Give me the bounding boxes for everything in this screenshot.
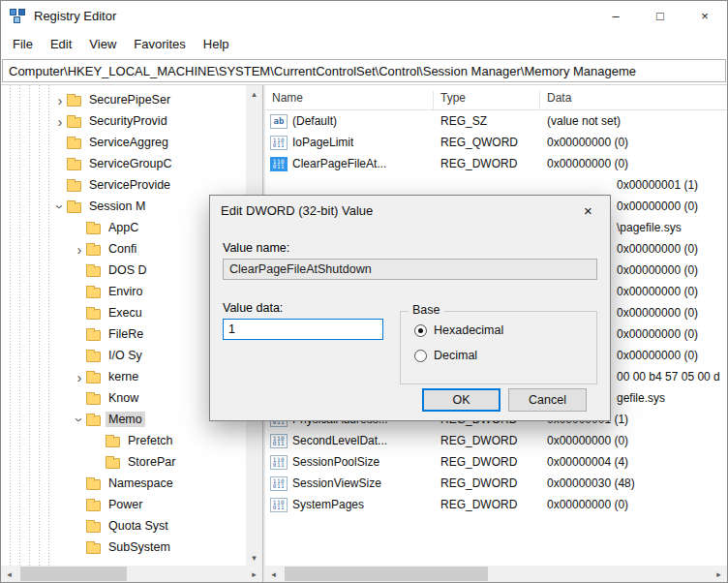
dword-value-icon bbox=[270, 136, 288, 150]
folder-icon bbox=[86, 479, 101, 490]
value-type: REG_DWORD bbox=[434, 157, 540, 170]
maximize-button[interactable]: □ bbox=[638, 1, 682, 30]
list-horizontal-scrollbar[interactable]: ◂ ▸ bbox=[265, 566, 727, 582]
value-name: (Default) bbox=[292, 114, 337, 128]
chevron-icon[interactable] bbox=[72, 413, 88, 426]
cancel-button[interactable]: Cancel bbox=[508, 388, 587, 412]
radio-hexadecimal[interactable]: Hexadecimal bbox=[414, 323, 503, 337]
registry-value-row[interactable]: SessionViewSize REG_DWORD 0x00000030 (48… bbox=[265, 473, 727, 494]
value-data: 0x00000000 (0) bbox=[540, 434, 727, 447]
chevron-icon[interactable] bbox=[73, 369, 86, 385]
title-bar[interactable]: Registry Editor – □ × bbox=[1, 1, 727, 30]
address-bar bbox=[1, 57, 727, 84]
close-button[interactable]: × bbox=[682, 1, 727, 30]
tree-item-label: StorePar bbox=[125, 454, 178, 470]
registry-value-row[interactable]: ClearPageFileAt... REG_DWORD 0x00000000 … bbox=[265, 153, 727, 174]
folder-icon bbox=[86, 501, 101, 511]
tree-item-securityprovid[interactable]: SecurityProvid bbox=[1, 110, 246, 132]
dialog-close-icon[interactable]: × bbox=[566, 197, 610, 225]
registry-value-row[interactable]: IoPageLimit REG_QWORD 0x00000000 (0) bbox=[265, 132, 727, 153]
tree-item-label: AppC bbox=[106, 220, 141, 235]
value-name: ClearPageFileAt... bbox=[292, 157, 386, 170]
radio-decimal-label: Decimal bbox=[434, 349, 477, 362]
value-data: 0x00000000 (0) bbox=[540, 157, 727, 170]
value-type: REG_SZ bbox=[434, 114, 540, 128]
menu-item-file[interactable]: File bbox=[4, 30, 42, 57]
tree-item-label: Memo bbox=[106, 412, 145, 427]
chevron-icon[interactable] bbox=[53, 113, 67, 130]
value-type: REG_DWORD bbox=[434, 455, 540, 469]
tree-item-namespace[interactable]: Namespace bbox=[1, 473, 246, 494]
column-header-data[interactable]: Data bbox=[540, 91, 727, 109]
value-data-input[interactable] bbox=[223, 319, 383, 340]
menu-bar: FileEditViewFavoritesHelp bbox=[1, 30, 727, 57]
value-name-cell: SystemPages bbox=[265, 498, 434, 512]
value-name-label: Value name: bbox=[223, 241, 289, 255]
value-name: SecondLevelDat... bbox=[292, 434, 387, 447]
ok-button[interactable]: OK bbox=[422, 388, 500, 412]
chevron-icon[interactable] bbox=[52, 199, 69, 213]
tree-item-serviceaggreg[interactable]: ServiceAggreg bbox=[1, 132, 246, 153]
scroll-left-icon[interactable]: ◂ bbox=[1, 566, 17, 582]
tree-item-power[interactable]: Power bbox=[1, 494, 246, 515]
menu-item-edit[interactable]: Edit bbox=[42, 30, 80, 57]
value-name-cell: SessionViewSize bbox=[265, 476, 434, 491]
tree-item-quota-syst[interactable]: Quota Syst bbox=[1, 515, 246, 537]
base-group-label: Base bbox=[409, 303, 444, 317]
column-header-type[interactable]: Type bbox=[434, 91, 540, 109]
tree-item-label: ServiceProvide bbox=[86, 177, 173, 193]
scrollbar-thumb[interactable] bbox=[20, 567, 127, 581]
menu-item-view[interactable]: View bbox=[80, 30, 125, 57]
scroll-right-icon[interactable]: ▸ bbox=[711, 566, 727, 582]
tree-item-subsystem[interactable]: SubSystem bbox=[1, 537, 246, 558]
chevron-icon[interactable] bbox=[53, 92, 67, 108]
scroll-left-icon[interactable]: ◂ bbox=[265, 566, 282, 582]
radio-unchecked-icon bbox=[414, 350, 427, 362]
list-header: Name Type Data bbox=[265, 85, 727, 110]
tree-item-storepar[interactable]: StorePar bbox=[1, 451, 246, 473]
chevron-icon[interactable] bbox=[73, 241, 86, 258]
tree-item-servicegroupc[interactable]: ServiceGroupC bbox=[1, 153, 246, 174]
address-input[interactable] bbox=[2, 59, 726, 82]
dword-value-icon bbox=[270, 476, 288, 491]
folder-icon bbox=[67, 117, 81, 128]
menu-item-help[interactable]: Help bbox=[195, 30, 238, 57]
tree-item-label: ServiceAggreg bbox=[86, 135, 171, 150]
value-name-cell: SecondLevelDat... bbox=[265, 434, 434, 448]
tree-item-securepipeser[interactable]: SecurePipeSer bbox=[1, 89, 246, 110]
scroll-right-icon[interactable]: ▸ bbox=[246, 566, 262, 582]
registry-value-row[interactable]: (Default) REG_SZ (value not set) bbox=[265, 110, 727, 132]
column-header-name[interactable]: Name bbox=[265, 91, 434, 109]
tree-item-label: Execu bbox=[106, 305, 145, 321]
dword-value-icon bbox=[270, 455, 288, 470]
value-type: REG_DWORD bbox=[434, 498, 540, 511]
tree-item-label: ServiceGroupC bbox=[86, 156, 174, 171]
tree-item-label: Namespace bbox=[106, 476, 176, 491]
dialog-title-bar[interactable]: Edit DWORD (32-bit) Value × bbox=[210, 196, 610, 225]
registry-editor-icon bbox=[10, 8, 27, 24]
dialog-title: Edit DWORD (32-bit) Value bbox=[210, 203, 373, 218]
tree-item-label: Enviro bbox=[106, 284, 145, 299]
minimize-button[interactable]: – bbox=[593, 1, 638, 30]
tree-item-label: Session M bbox=[86, 199, 148, 214]
registry-value-row[interactable]: 0x00000001 (1) bbox=[265, 174, 727, 196]
menu-item-favorites[interactable]: Favorites bbox=[125, 30, 194, 57]
folder-icon bbox=[86, 352, 101, 362]
scrollbar-thumb[interactable] bbox=[285, 567, 488, 581]
scroll-up-icon[interactable]: ▴ bbox=[246, 85, 262, 102]
tree-horizontal-scrollbar[interactable]: ◂ ▸ bbox=[1, 566, 262, 582]
tree-item-prefetch[interactable]: Prefetch bbox=[1, 430, 246, 451]
registry-value-row[interactable]: SecondLevelDat... REG_DWORD 0x00000000 (… bbox=[265, 430, 727, 451]
folder-icon bbox=[86, 266, 101, 277]
folder-icon bbox=[67, 160, 81, 170]
radio-decimal[interactable]: Decimal bbox=[414, 349, 477, 362]
registry-value-row[interactable]: SessionPoolSize REG_DWORD 0x00000004 (4) bbox=[265, 451, 727, 473]
value-name-cell bbox=[265, 178, 434, 193]
tree-item-serviceprovide[interactable]: ServiceProvide bbox=[1, 174, 246, 196]
tree-item-label: SecurePipeSer bbox=[86, 92, 173, 107]
registry-value-row[interactable]: SystemPages REG_DWORD 0x00000000 (0) bbox=[265, 494, 727, 515]
scroll-down-icon[interactable]: ▾ bbox=[246, 549, 262, 566]
edit-dword-dialog: Edit DWORD (32-bit) Value × Value name: … bbox=[209, 195, 611, 421]
folder-icon bbox=[67, 181, 81, 192]
folder-icon bbox=[67, 202, 81, 213]
